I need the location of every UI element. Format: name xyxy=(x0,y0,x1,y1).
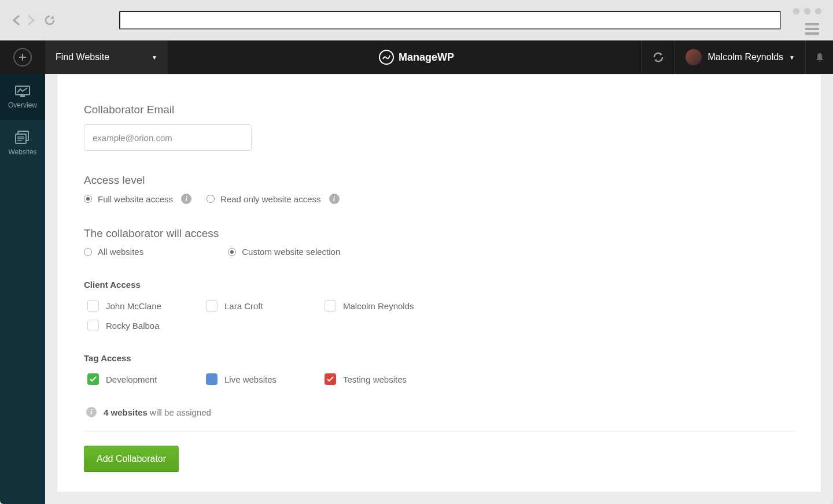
add-collaborator-button[interactable]: Add Collaborator xyxy=(84,446,179,472)
add-website-button[interactable] xyxy=(0,40,45,74)
collaborator-email-input[interactable] xyxy=(84,124,252,151)
radio-label: Custom website selection xyxy=(242,247,340,257)
find-website-label: Find Website xyxy=(56,52,109,62)
radio-read-only-access[interactable]: Read only website access i xyxy=(207,194,339,204)
checkbox-icon xyxy=(325,300,336,312)
brand-logo: ManageWP xyxy=(379,40,454,74)
info-icon[interactable]: i xyxy=(181,194,191,204)
reload-button[interactable] xyxy=(44,14,56,26)
radio-full-access[interactable]: Full website access i xyxy=(84,194,191,204)
access-level-options: Full website access i Read only website … xyxy=(84,194,794,204)
header-right: Malcolm Reynolds ▼ xyxy=(641,40,833,74)
client-checkbox[interactable]: Lara Croft xyxy=(206,300,325,312)
scope-options: All websites Custom website selection xyxy=(84,247,794,257)
email-label: Collaborator Email xyxy=(84,103,794,116)
checkbox-label: Rocky Balboa xyxy=(106,321,160,331)
tag-checkbox-testing[interactable]: Testing websites xyxy=(325,373,443,385)
checkbox-label: Testing websites xyxy=(343,375,407,384)
content: Collaborator Email Access level Full web… xyxy=(45,74,833,504)
app-body: Overview Websites Collaborator Email Acc… xyxy=(0,74,833,504)
radio-label: Read only website access xyxy=(220,194,320,204)
app-header: Find Website ▼ ManageWP Malcolm Reynolds… xyxy=(0,40,833,74)
checkbox-label: Development xyxy=(106,375,157,384)
collaborator-form-panel: Collaborator Email Access level Full web… xyxy=(57,74,821,492)
client-access-heading: Client Access xyxy=(84,280,794,290)
radio-all-websites[interactable]: All websites xyxy=(84,247,143,257)
user-menu[interactable]: Malcolm Reynolds ▼ xyxy=(674,40,805,74)
tag-checkbox-live[interactable]: Live websites xyxy=(206,373,325,385)
caret-down-icon: ▼ xyxy=(152,54,157,61)
radio-icon xyxy=(84,248,92,256)
checkbox-label: Malcolm Reynolds xyxy=(343,301,414,311)
checkbox-icon xyxy=(325,373,336,385)
scope-label: The collaborator will access xyxy=(84,227,794,240)
radio-label: All websites xyxy=(98,247,143,257)
websites-icon xyxy=(15,131,30,144)
notifications-button[interactable] xyxy=(805,40,833,74)
forward-button[interactable] xyxy=(25,15,36,25)
avatar xyxy=(685,49,702,65)
nav-buttons xyxy=(12,14,56,26)
client-access-list: John McClane Lara Croft Malcolm Reynolds… xyxy=(87,300,794,331)
checkbox-icon xyxy=(87,320,99,331)
assigned-summary: i 4 websites will be assigned xyxy=(84,407,794,417)
svg-rect-1 xyxy=(20,95,25,97)
window-dot[interactable] xyxy=(793,8,799,14)
checkbox-icon xyxy=(87,300,99,312)
checkbox-label: Lara Croft xyxy=(224,301,263,311)
sync-button[interactable] xyxy=(641,40,674,74)
checkbox-label: John McClane xyxy=(106,301,161,311)
brand-name: ManageWP xyxy=(399,51,454,64)
sidebar-label: Websites xyxy=(8,148,36,156)
plus-icon xyxy=(13,48,32,66)
window-dot[interactable] xyxy=(804,8,810,14)
user-name: Malcolm Reynolds xyxy=(707,52,783,62)
sidebar-label: Overview xyxy=(8,101,37,109)
sync-icon xyxy=(652,51,665,64)
browser-menu-button[interactable] xyxy=(805,21,819,37)
radio-label: Full website access xyxy=(98,194,173,204)
caret-down-icon: ▼ xyxy=(789,54,795,61)
sidebar-item-overview[interactable]: Overview xyxy=(0,74,45,120)
checkbox-icon xyxy=(206,300,218,312)
window-dot[interactable] xyxy=(815,8,821,14)
back-button[interactable] xyxy=(12,15,22,25)
sidebar-item-websites[interactable]: Websites xyxy=(0,120,45,166)
sidebar: Overview Websites xyxy=(0,74,45,504)
client-checkbox[interactable]: Rocky Balboa xyxy=(87,320,206,331)
divider xyxy=(84,431,794,432)
client-checkbox[interactable]: John McClane xyxy=(87,300,206,312)
bell-icon xyxy=(814,52,825,62)
browser-chrome xyxy=(0,0,833,40)
tag-access-list: Development Live websites Testing websit… xyxy=(87,373,794,385)
tag-access-heading: Tag Access xyxy=(84,353,794,363)
assigned-text: 4 websites will be assigned xyxy=(104,407,211,417)
checkbox-icon xyxy=(206,373,218,385)
info-icon[interactable]: i xyxy=(329,194,340,204)
overview-icon xyxy=(14,85,31,98)
svg-rect-0 xyxy=(16,86,30,95)
address-bar[interactable] xyxy=(119,11,781,29)
access-level-label: Access level xyxy=(84,174,794,187)
client-checkbox[interactable]: Malcolm Reynolds xyxy=(325,300,443,312)
window-controls xyxy=(793,8,821,14)
find-website-dropdown[interactable]: Find Website ▼ xyxy=(45,40,168,74)
radio-custom-selection[interactable]: Custom website selection xyxy=(228,247,340,257)
checkbox-label: Live websites xyxy=(224,375,277,384)
radio-icon xyxy=(84,195,92,203)
checkbox-icon xyxy=(87,373,99,385)
tag-checkbox-development[interactable]: Development xyxy=(87,373,206,385)
radio-icon xyxy=(207,195,215,203)
radio-icon xyxy=(228,248,236,256)
logo-icon xyxy=(379,50,394,65)
info-icon: i xyxy=(86,407,97,417)
